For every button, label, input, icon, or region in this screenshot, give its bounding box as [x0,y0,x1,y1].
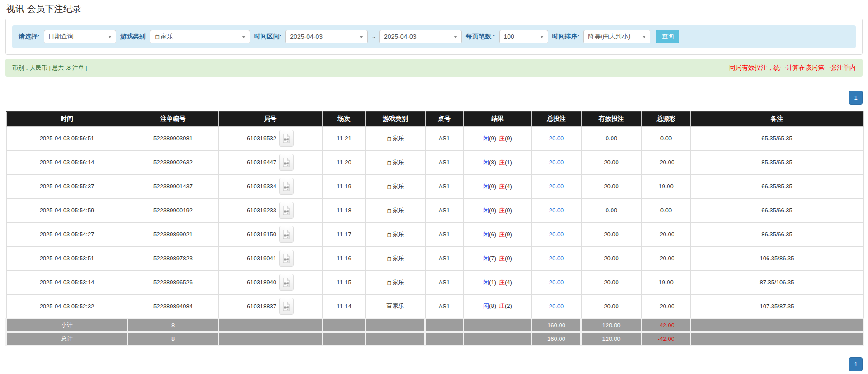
round-id-value: 610319041 [247,255,276,262]
pagination-top: 1 [5,91,863,105]
total-row-empty [425,332,464,345]
total-bet-link[interactable]: 20.00 [549,159,564,166]
subtotal-row-label: 小计 [6,318,128,332]
cell-remark: 65.35/65.35 [691,126,863,150]
round-id-wrap: 610319041 [219,250,322,267]
video-replay-button[interactable] [279,274,294,291]
query-type-select[interactable]: 日期查询 [44,30,116,43]
cell-bet-id: 522389894984 [128,294,218,318]
cell-game-category: 百家乐 [366,174,425,198]
filter-bar: 请选择: 日期查询 游戏类别 百家乐 时间区间: 2025-04-03 ~ 20… [12,25,856,48]
video-replay-button[interactable] [279,130,294,147]
cell-valid-bet: 20.00 [581,270,642,294]
page-button-1[interactable]: 1 [849,357,863,371]
game-category-value: 百家乐 [154,33,173,41]
page-root: 视讯 会员下注纪录 请选择: 日期查询 游戏类别 百家乐 时间区间: 2025-… [0,0,868,371]
round-id-wrap: 610319334 [219,178,322,195]
total-bet-link[interactable]: 20.00 [549,135,564,142]
video-replay-button[interactable] [279,154,294,171]
round-id-wrap: 610319532 [219,130,322,147]
video-replay-button[interactable] [279,298,294,315]
cell-round-id: 610319447 [218,150,323,174]
cell-total-bet: 20.00 [532,270,581,294]
cell-remark: 66.35/66.35 [691,198,863,222]
round-id-wrap: 610319150 [219,226,322,243]
result-banker-score: (0) [505,255,512,262]
total-bet-link[interactable]: 20.00 [549,303,564,310]
cell-round-id: 610319532 [218,126,323,150]
round-id-value: 610319447 [247,159,276,166]
total-row-label: 总计 [6,332,128,345]
total-row-count: 8 [128,332,218,345]
video-file-icon [282,182,290,191]
result-player-score: (8) [489,159,496,166]
game-category-select[interactable]: 百家乐 [150,30,250,43]
date-to-input[interactable]: 2025-04-03 [379,30,462,43]
cell-table-no: AS1 [425,150,464,174]
result-player-label: 闲 [483,207,489,214]
cell-table-no: AS1 [425,270,464,294]
cell-payout: -20.00 [642,294,691,318]
video-replay-button[interactable] [279,250,294,267]
table-row: 2025-04-03 05:52:32522389894984610318837… [6,294,863,318]
cell-game-category: 百家乐 [366,126,425,150]
subtotal-row-empty [464,318,532,332]
cell-total-bet: 20.00 [532,246,581,270]
video-replay-button[interactable] [279,202,294,219]
cell-game-category: 百家乐 [366,222,425,246]
subtotal-row-empty [323,318,366,332]
cell-payout: 0.00 [642,198,691,222]
cell-round-id: 610319150 [218,222,323,246]
total-bet-link[interactable]: 20.00 [549,231,564,238]
cell-result: 闲(8)庄(1) [464,150,532,174]
video-replay-button[interactable] [279,226,294,243]
cell-game-category: 百家乐 [366,294,425,318]
cell-session: 11-21 [323,126,366,150]
result-banker-label: 庄 [499,231,505,238]
date-from-input[interactable]: 2025-04-03 [285,30,368,43]
column-header-2: 局号 [218,111,323,126]
table-row: 2025-04-03 05:54:27522389899021610319150… [6,222,863,246]
cell-valid-bet: 20.00 [581,150,642,174]
cell-round-id: 610319334 [218,174,323,198]
cell-remark: 106.35/86.35 [691,246,863,270]
cell-payout: -20.00 [642,150,691,174]
summary-currency-count: 币别：人民币 | 总共 :8 注单 | [12,64,87,72]
total-bet-link[interactable]: 20.00 [549,279,564,286]
table-row: 2025-04-03 05:53:14522389896526610318940… [6,270,863,294]
cell-session: 11-17 [323,222,366,246]
column-header-7: 总投注 [532,111,581,126]
cell-bet-id: 522389897823 [128,246,218,270]
search-button[interactable]: 查询 [656,30,679,43]
page-button-1[interactable]: 1 [849,91,863,105]
total-bet-link[interactable]: 20.00 [549,183,564,190]
subtotal-row: 小计8160.00120.00-42.00 [6,318,863,332]
summary-note: 同局有效投注，统一计算在该局第一张注单内 [729,64,856,72]
chevron-down-icon [454,36,457,38]
page-size-select[interactable]: 100 [499,30,548,43]
table-body: 2025-04-03 05:56:51522389903981610319532… [6,126,863,345]
time-sort-value: 降幂(由大到小) [588,33,630,41]
total-row-empty [464,332,532,345]
video-replay-button[interactable] [279,178,294,195]
time-sort-select[interactable]: 降幂(由大到小) [583,30,650,43]
cell-payout: 19.00 [642,174,691,198]
subtotal-row-empty [425,318,464,332]
result-player-label: 闲 [483,279,489,286]
cell-valid-bet: 20.00 [581,246,642,270]
total-bet-link[interactable]: 20.00 [549,207,564,214]
cell-table-no: AS1 [425,198,464,222]
chevron-down-icon [108,36,112,38]
total-bet-link[interactable]: 20.00 [549,255,564,262]
result-player-label: 闲 [483,255,489,262]
cell-remark: 66.35/85.35 [691,174,863,198]
cell-valid-bet: 0.00 [581,198,642,222]
result-banker-label: 庄 [499,255,505,262]
cell-bet-id: 522389903981 [128,126,218,150]
cell-payout: -20.00 [642,246,691,270]
cell-time: 2025-04-03 05:55:37 [6,174,128,198]
pagination-bottom: 1 [5,357,863,371]
cell-total-bet: 20.00 [532,294,581,318]
result-player-score: (1) [489,279,496,286]
cell-game-category: 百家乐 [366,198,425,222]
